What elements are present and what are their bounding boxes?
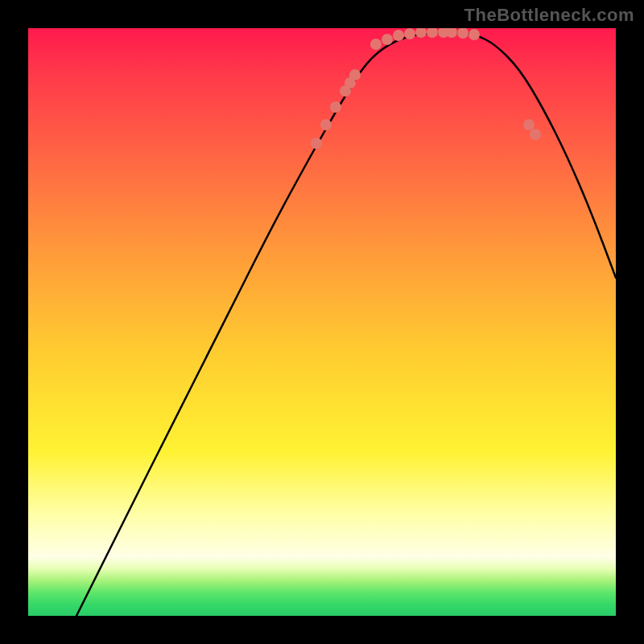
- plot-area: [28, 28, 616, 616]
- data-point: [404, 28, 415, 39]
- data-points-group: [311, 28, 541, 149]
- data-point: [349, 69, 361, 80]
- data-point: [523, 119, 535, 130]
- data-point: [457, 28, 469, 39]
- data-point: [427, 28, 438, 38]
- data-point: [393, 30, 404, 41]
- watermark-label: TheBottleneck.com: [464, 5, 634, 26]
- chart-svg: [28, 28, 616, 616]
- data-point: [469, 29, 480, 40]
- bottleneck-curve: [76, 32, 616, 616]
- data-point: [446, 28, 457, 38]
- data-point: [530, 129, 541, 140]
- data-point: [311, 138, 322, 149]
- data-point: [415, 28, 427, 38]
- chart-container: TheBottleneck.com: [0, 0, 644, 644]
- data-point: [382, 34, 393, 45]
- data-point: [330, 101, 341, 113]
- data-point: [320, 119, 332, 130]
- data-point: [370, 39, 382, 50]
